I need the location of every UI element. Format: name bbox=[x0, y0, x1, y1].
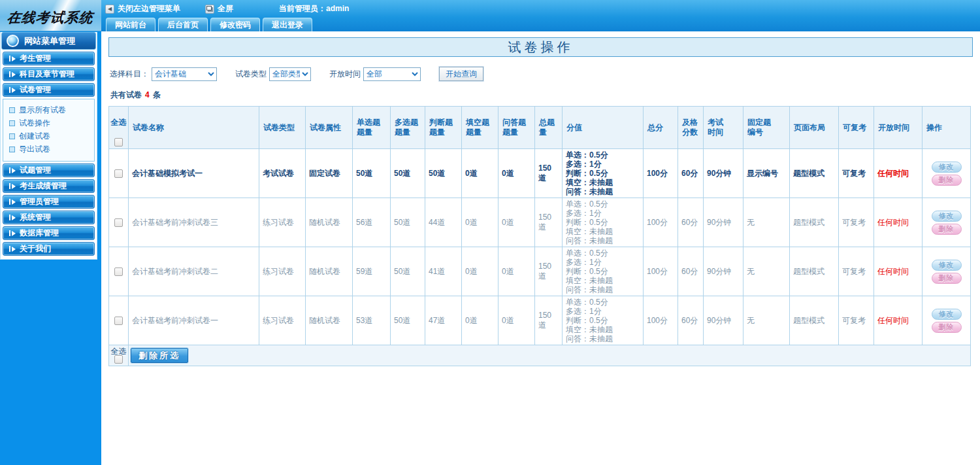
sidebar-item-label: 考生成绩管理 bbox=[20, 181, 67, 192]
play-icon bbox=[9, 56, 16, 61]
type-filter-label: 试卷类型 bbox=[235, 69, 267, 80]
score-line: 判断：0.5分 bbox=[566, 316, 640, 325]
fullscreen-button[interactable]: 全屏 bbox=[205, 3, 233, 14]
paper-attr-cell: 固定试卷 bbox=[306, 149, 353, 198]
footer-actions-cell: 删除所选 bbox=[129, 345, 971, 366]
submenu-item-export-paper[interactable]: 导出试卷 bbox=[3, 143, 94, 156]
paper-name-cell: 会计基础考前冲刺试卷一 bbox=[129, 296, 259, 345]
row-checkbox[interactable] bbox=[114, 317, 123, 325]
edit-button[interactable]: 修改 bbox=[932, 309, 962, 320]
multi-count-cell: 50道 bbox=[391, 149, 425, 198]
select-all-label: 全选 bbox=[110, 347, 127, 355]
papers-table-body: 会计基础模拟考试一 考试试卷 固定试卷 50道 50道 50道 0道 0道 15… bbox=[109, 149, 971, 345]
qa-count-cell: 0道 bbox=[498, 149, 535, 198]
sidebar-menu-panel: 网站菜单管理 考生管理 科目及章节管理 试卷管理 显示所有试卷 bbox=[0, 32, 97, 260]
score-line: 单选：0.5分 bbox=[566, 150, 640, 160]
papers-table: 全选 试卷名称 试卷类型 试卷属性 单选题 题量 多选题 题量 判断题 题量 填… bbox=[108, 106, 971, 366]
total-count-cell: 150道 bbox=[535, 296, 563, 345]
play-icon bbox=[9, 199, 16, 205]
subject-filter-label: 选择科目： bbox=[110, 69, 149, 80]
page-layout-cell: 题型模式 bbox=[790, 149, 839, 198]
select-all-checkbox[interactable] bbox=[114, 138, 123, 146]
sidebar-item-system-mgmt[interactable]: 系统管理 bbox=[3, 211, 95, 224]
submenu-item-show-all-papers[interactable]: 显示所有试卷 bbox=[3, 103, 94, 116]
multi-count-cell: 50道 bbox=[391, 198, 425, 247]
delete-button[interactable]: 删除 bbox=[932, 175, 962, 186]
operations-cell: 修改 删除 bbox=[923, 149, 971, 198]
sidebar-item-question-mgmt[interactable]: 试题管理 bbox=[3, 164, 95, 177]
pass-score-cell: 60分 bbox=[678, 296, 704, 345]
play-icon bbox=[9, 183, 16, 189]
pass-score-cell: 60分 bbox=[678, 149, 704, 198]
footer-select-all: 全选 bbox=[109, 345, 129, 366]
close-left-menu-button[interactable]: ◀ 关闭左边管理菜单 bbox=[105, 3, 180, 14]
row-checkbox[interactable] bbox=[114, 169, 123, 178]
score-line: 判断：0.5分 bbox=[566, 267, 640, 276]
subject-select[interactable]: 会计基础 bbox=[152, 67, 217, 81]
paper-type-select[interactable]: 全部类型 bbox=[269, 67, 311, 81]
sidebar: 在线考试系统 网站菜单管理 考生管理 科目及章节管理 试卷管理 bbox=[0, 0, 101, 465]
open-time-filter-label: 开放时间 bbox=[329, 69, 361, 80]
paper-type-cell: 练习试卷 bbox=[259, 198, 306, 247]
exam-time-cell: 90分钟 bbox=[704, 149, 743, 198]
open-time-cell: 任何时间 bbox=[874, 149, 923, 198]
paper-name-cell: 会计基础模拟考试一 bbox=[129, 149, 259, 198]
paper-mgmt-submenu: 显示所有试卷 试卷操作 创建试卷 导出试卷 bbox=[3, 99, 95, 162]
score-values-cell: 单选：0.5分 多选：1分 判断：0.5分 填空：未抽题 问答：未抽题 bbox=[563, 296, 644, 345]
play-icon bbox=[9, 167, 16, 173]
sidebar-item-examinee-mgmt[interactable]: 考生管理 bbox=[3, 52, 95, 65]
row-checkbox[interactable] bbox=[114, 218, 123, 227]
collapse-left-icon: ◀ bbox=[105, 5, 114, 14]
judge-count-cell: 41道 bbox=[425, 247, 462, 296]
blank-count-cell: 0道 bbox=[462, 296, 498, 345]
fixed-number-cell: 无 bbox=[743, 198, 790, 247]
sidebar-item-label: 试卷管理 bbox=[20, 84, 51, 95]
sidebar-item-subject-chapter-mgmt[interactable]: 科目及章节管理 bbox=[3, 67, 95, 81]
row-checkbox[interactable] bbox=[114, 267, 123, 276]
header-operations: 操作 bbox=[923, 107, 971, 149]
table-header-row: 全选 试卷名称 试卷类型 试卷属性 单选题 题量 多选题 题量 判断题 题量 填… bbox=[109, 107, 971, 149]
single-count-cell: 56道 bbox=[353, 198, 391, 247]
score-line: 多选：1分 bbox=[566, 258, 640, 267]
delete-button[interactable]: 删除 bbox=[932, 224, 962, 235]
delete-selected-button[interactable]: 删除所选 bbox=[131, 348, 188, 363]
score-line: 填空：未抽题 bbox=[566, 325, 640, 334]
tab-change-password[interactable]: 修改密码 bbox=[210, 18, 260, 31]
open-time-select[interactable]: 全部 bbox=[363, 67, 421, 81]
edit-button[interactable]: 修改 bbox=[932, 211, 962, 222]
single-count-cell: 53道 bbox=[353, 296, 391, 345]
score-line: 填空：未抽题 bbox=[566, 178, 640, 187]
blank-count-cell: 0道 bbox=[462, 149, 498, 198]
submenu-item-label: 导出试卷 bbox=[19, 144, 50, 155]
tab-site-front[interactable]: 网站前台 bbox=[106, 18, 155, 31]
sidebar-item-admin-mgmt[interactable]: 管理员管理 bbox=[3, 195, 95, 209]
sphere-icon bbox=[7, 35, 19, 47]
open-time-cell: 任何时间 bbox=[874, 296, 923, 345]
edit-button[interactable]: 修改 bbox=[932, 162, 962, 173]
sidebar-item-paper-mgmt[interactable]: 试卷管理 bbox=[3, 83, 95, 97]
sidebar-item-score-mgmt[interactable]: 考生成绩管理 bbox=[3, 179, 95, 193]
table-row: 会计基础模拟考试一 考试试卷 固定试卷 50道 50道 50道 0道 0道 15… bbox=[109, 149, 971, 198]
score-line: 判断：0.5分 bbox=[566, 218, 640, 227]
query-button[interactable]: 开始查询 bbox=[439, 67, 483, 81]
sidebar-item-database-mgmt[interactable]: 数据库管理 bbox=[3, 226, 95, 240]
multi-count-cell: 50道 bbox=[391, 296, 425, 345]
operations-cell: 修改 删除 bbox=[923, 296, 971, 345]
score-line: 多选：1分 bbox=[566, 307, 640, 316]
paper-type-cell: 考试试卷 bbox=[259, 149, 306, 198]
submenu-item-paper-operations[interactable]: 试卷操作 bbox=[3, 116, 94, 129]
footer-select-all-checkbox[interactable] bbox=[114, 355, 123, 364]
header-single-count: 单选题 题量 bbox=[353, 107, 391, 149]
tab-backend-home[interactable]: 后台首页 bbox=[158, 18, 208, 31]
score-line: 问答：未抽题 bbox=[566, 285, 640, 294]
table-row: 会计基础考前冲刺试卷二 练习试卷 随机试卷 59道 50道 41道 0道 0道 … bbox=[109, 247, 971, 296]
app-logo-text: 在线考试系统 bbox=[0, 0, 101, 27]
delete-button[interactable]: 删除 bbox=[932, 322, 962, 333]
submenu-item-create-paper[interactable]: 创建试卷 bbox=[3, 129, 94, 143]
edit-button[interactable]: 修改 bbox=[932, 260, 962, 271]
sidebar-item-about-us[interactable]: 关于我们 bbox=[3, 242, 95, 256]
delete-button[interactable]: 删除 bbox=[932, 273, 962, 284]
header-total-count: 总题量 bbox=[535, 107, 563, 149]
tab-logout[interactable]: 退出登录 bbox=[263, 18, 312, 31]
main-area: ◀ 关闭左边管理菜单 全屏 当前管理员：admin 网站前台 后台首页 修改密码… bbox=[101, 0, 980, 465]
